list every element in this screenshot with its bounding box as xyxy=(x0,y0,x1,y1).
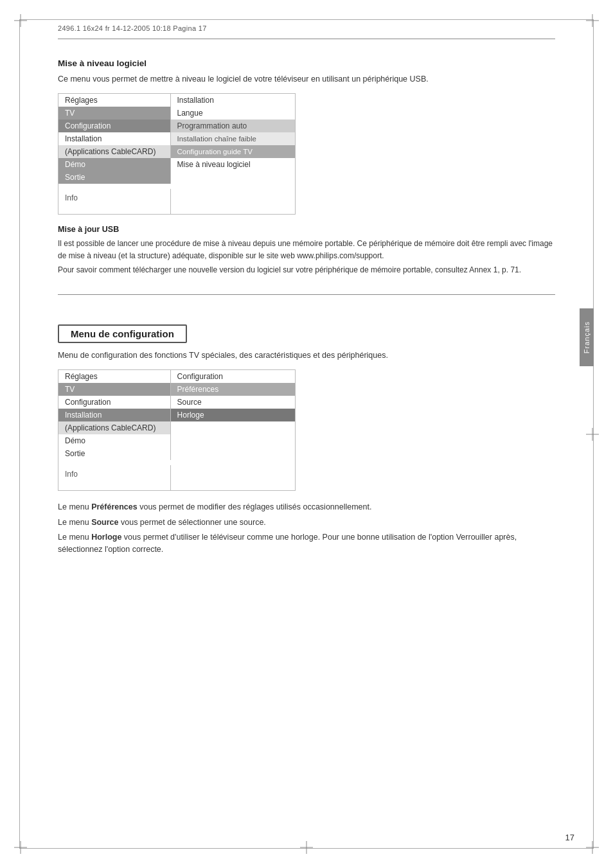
subsection1-title: Mise à jour USB xyxy=(58,225,555,234)
menu1-row5-left: Démo xyxy=(58,158,171,171)
crosshair-top-right xyxy=(586,14,599,27)
menu2-row3-left: Installation xyxy=(58,409,171,421)
section2-divider xyxy=(58,294,555,295)
menu1-row3-left: Installation xyxy=(58,132,171,145)
crosshair-bottom-right xyxy=(586,841,599,854)
menu1-row-3: Installation Installation chaîne faible xyxy=(58,132,296,145)
menu2-empty-row xyxy=(58,460,296,465)
menu2-row2-left: Configuration xyxy=(58,396,171,409)
page-number: 17 xyxy=(565,833,574,842)
header-text: 2496.1 16x24 fr 14-12-2005 10:18 Pagina … xyxy=(58,24,207,32)
subsection1-text2: Pour savoir comment télécharger une nouv… xyxy=(58,264,555,276)
menu1-row-1: TV Langue xyxy=(58,107,296,120)
section2-container: Menu de configuration xyxy=(58,294,555,350)
menu2-row4-left: (Applications CableCARD) xyxy=(58,421,171,434)
menu1-row3-right: Installation chaîne faible xyxy=(170,132,295,145)
menu2-info-label: Info xyxy=(58,465,171,483)
menu-table-1: Réglages Installation TV Langue Configur… xyxy=(58,93,296,215)
crosshair-mid-bottom xyxy=(300,841,313,854)
menu2-header-row: Réglages Configuration xyxy=(58,369,296,383)
menu2-row5-left: Démo xyxy=(58,434,171,447)
menu1-header-left: Réglages xyxy=(58,93,171,107)
menu1-row-2: Configuration Programmation auto xyxy=(58,120,296,132)
menu2-row3-right: Horloge xyxy=(170,409,295,421)
menu2-row5-right xyxy=(170,434,295,447)
section2-title: Menu de configuration xyxy=(58,324,187,343)
subsection1-text1: Il est possible de lancer une procédure … xyxy=(58,238,555,261)
menu2-row2-right: Source xyxy=(170,396,295,409)
crosshair-mid-right xyxy=(586,428,599,441)
section2-para3: Le menu Horloge vous permet d'utiliser l… xyxy=(58,531,555,556)
menu1-info-label: Info xyxy=(58,189,171,207)
menu2-bottom-row xyxy=(58,483,296,491)
menu1-row-6: Sortie xyxy=(58,171,296,184)
section1-title: Mise à niveau logiciel xyxy=(58,58,555,68)
menu1-row2-right: Programmation auto xyxy=(170,120,295,132)
menu2-row1-right: Préférences xyxy=(170,383,295,396)
menu2-row-5: Démo xyxy=(58,434,296,447)
menu1-empty-row xyxy=(58,184,296,189)
menu-table-2: Réglages Configuration TV Préférences Co… xyxy=(58,369,296,492)
menu2-info-right xyxy=(170,465,295,483)
section1-divider xyxy=(58,39,555,39)
menu2-row6-right xyxy=(170,447,295,460)
menu1-row5-right: Mise à niveau logiciel xyxy=(170,158,295,171)
menu2-info-row: Info xyxy=(58,465,296,483)
crosshair-top-left xyxy=(14,14,27,27)
menu2-row-6: Sortie xyxy=(58,447,296,460)
crosshair-bottom-left xyxy=(14,841,27,854)
menu1-row-4: (Applications CableCARD) Configuration g… xyxy=(58,145,296,158)
sidebar-label: Français xyxy=(583,321,591,353)
menu2-header-right: Configuration xyxy=(170,369,295,383)
menu2-row-1: TV Préférences xyxy=(58,383,296,396)
menu1-row1-left: TV xyxy=(58,107,171,120)
menu1-header-right: Installation xyxy=(170,93,295,107)
menu1-row4-right: Configuration guide TV xyxy=(170,145,295,158)
menu2-row-2: Configuration Source xyxy=(58,396,296,409)
menu2-row-3: Installation Horloge xyxy=(58,409,296,421)
section2-para1-bold: Préférences xyxy=(91,502,138,511)
menu1-info-right xyxy=(170,189,295,207)
menu1-row2-left: Configuration xyxy=(58,120,171,132)
menu1-row-5: Démo Mise à niveau logiciel xyxy=(58,158,296,171)
menu1-row1-right: Langue xyxy=(170,107,295,120)
menu2-row6-left: Sortie xyxy=(58,447,171,460)
menu2-row1-left: TV xyxy=(58,383,171,396)
menu2-row4-right xyxy=(170,421,295,434)
section2-para1: Le menu Préférences vous permet de modif… xyxy=(58,501,555,513)
section1-description: Ce menu vous permet de mettre à niveau l… xyxy=(58,73,555,85)
page-border-top xyxy=(19,19,594,20)
menu2-row-4: (Applications CableCARD) xyxy=(58,421,296,434)
section2-para2: Le menu Source vous permet de sélectionn… xyxy=(58,517,555,529)
menu1-bottom-row xyxy=(58,207,296,215)
section2-description: Menu de configuration des fonctions TV s… xyxy=(58,350,555,362)
menu1-row6-right xyxy=(170,171,295,184)
menu2-header-left: Réglages xyxy=(58,369,171,383)
main-content: Mise à niveau logiciel Ce menu vous perm… xyxy=(58,39,555,829)
menu1-row6-left: Sortie xyxy=(58,171,171,184)
section2-para3-bold: Horloge xyxy=(91,533,121,542)
menu1-row4-left: (Applications CableCARD) xyxy=(58,145,171,158)
menu1-header-row: Réglages Installation xyxy=(58,93,296,107)
page-border-left xyxy=(19,19,20,849)
menu1-info-row: Info xyxy=(58,189,296,207)
section2-para2-bold: Source xyxy=(91,518,118,527)
sidebar-tab: Français xyxy=(580,308,594,366)
